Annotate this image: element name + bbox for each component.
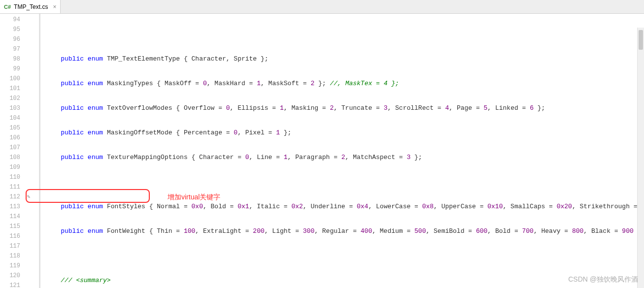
line-number: 105 bbox=[0, 123, 23, 133]
line-number: 108 bbox=[0, 153, 23, 162]
code-area[interactable]: public enum TMP_TextElementType { Charac… bbox=[40, 14, 644, 288]
line-number: 115 bbox=[0, 222, 23, 231]
line-number: 109 bbox=[0, 162, 23, 172]
line-number-gutter: 9495969798991001011021031041051061071081… bbox=[0, 14, 24, 288]
line-number: 119 bbox=[0, 261, 23, 271]
tab-bar: C# TMP_Text.cs × bbox=[0, 0, 644, 14]
line-number: 98 bbox=[0, 54, 23, 64]
scrollbar-thumb[interactable] bbox=[639, 30, 643, 50]
code-line bbox=[45, 177, 644, 187]
code-line bbox=[45, 30, 644, 39]
line-number: 104 bbox=[0, 113, 23, 123]
line-number: 95 bbox=[0, 25, 23, 34]
code-line bbox=[45, 251, 644, 261]
line-number: 112 bbox=[0, 192, 23, 202]
line-number: 99 bbox=[0, 64, 23, 74]
code-line: public enum FontStyles { Normal = 0x0, B… bbox=[45, 202, 644, 212]
code-line: public enum MaskingOffsetMode { Percenta… bbox=[45, 128, 644, 138]
line-number: 94 bbox=[0, 15, 23, 25]
line-number: 116 bbox=[0, 231, 23, 241]
line-number: 107 bbox=[0, 143, 23, 153]
line-number: 97 bbox=[0, 44, 23, 54]
line-number: 110 bbox=[0, 172, 23, 182]
code-line: public enum FontWeight { Thin = 100, Ext… bbox=[45, 226, 644, 236]
close-icon[interactable]: × bbox=[53, 3, 56, 10]
marker-column bbox=[24, 14, 33, 288]
line-number: 96 bbox=[0, 34, 23, 44]
line-number: 121 bbox=[0, 281, 23, 288]
fold-column bbox=[33, 14, 39, 288]
line-number: 114 bbox=[0, 212, 23, 222]
line-number: 118 bbox=[0, 251, 23, 261]
line-number: 102 bbox=[0, 94, 23, 103]
tab-tmp-text[interactable]: C# TMP_Text.cs × bbox=[0, 0, 61, 13]
code-line: public enum TextOverflowModes { Overflow… bbox=[45, 103, 644, 113]
csharp-file-icon: C# bbox=[4, 4, 11, 10]
line-number: 117 bbox=[0, 241, 23, 251]
line-number: 103 bbox=[0, 103, 23, 113]
line-number: 100 bbox=[0, 74, 23, 84]
editor-area: 9495969798991001011021031041051061071081… bbox=[0, 14, 644, 288]
line-number: 113 bbox=[0, 202, 23, 212]
code-line: /// <summary> bbox=[45, 276, 644, 286]
vertical-scrollbar[interactable] bbox=[637, 28, 644, 288]
line-number: 101 bbox=[0, 84, 23, 94]
line-number: 106 bbox=[0, 133, 23, 143]
annotation-highlight-box bbox=[40, 189, 150, 203]
annotation-text: 增加virtual关键字 bbox=[168, 193, 220, 202]
code-line: public enum TextureMappingOptions { Char… bbox=[45, 153, 644, 162]
line-number: 120 bbox=[0, 271, 23, 281]
code-line: public enum TMP_TextElementType { Charac… bbox=[45, 54, 644, 64]
code-line: public enum MaskingTypes { MaskOff = 0, … bbox=[45, 79, 644, 89]
line-number: 111 bbox=[0, 182, 23, 192]
tab-filename: TMP_Text.cs bbox=[14, 3, 48, 10]
